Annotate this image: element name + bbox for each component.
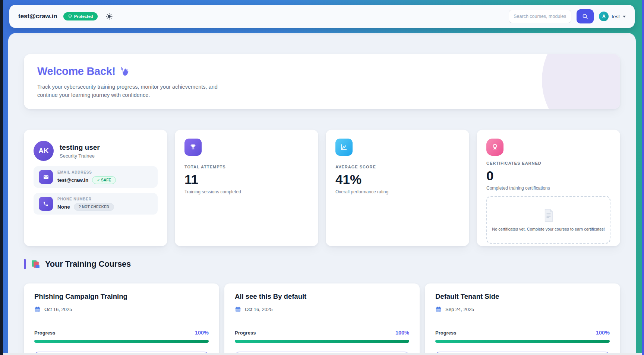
course-title: Phishing Campaign Training <box>34 292 209 301</box>
certificates-empty-state: No certificates yet. Complete your cours… <box>486 196 610 244</box>
welcome-title: Welcome Back! <box>37 65 116 77</box>
stat-description: Training sessions completed <box>184 189 309 194</box>
welcome-banner: Welcome Back! Track your cybersecurity t… <box>24 54 620 109</box>
email-info-row: EMAIL ADDRESS test@craw.in ✓ SAFE <box>34 166 158 188</box>
search-button[interactable] <box>577 9 594 23</box>
calendar-icon <box>235 306 241 313</box>
progress-bar <box>435 340 610 343</box>
stat-value: 41% <box>335 172 460 187</box>
email-label: EMAIL ADDRESS <box>57 170 116 174</box>
profile-name: testing user <box>60 143 100 152</box>
books-icon <box>31 259 41 269</box>
calendar-icon <box>435 306 442 313</box>
course-date: Sep 24, 2025 <box>445 307 474 312</box>
progress-label: Progress <box>235 330 256 336</box>
stat-description: Overall performance rating <box>335 189 460 194</box>
phone-label: PHONE NUMBER <box>57 197 114 201</box>
course-card: All see this By default Oct 16, 2025 Pro… <box>224 283 420 355</box>
profile-role: Security Trainee <box>60 153 100 159</box>
phone-status-badge: ? NOT CHECKED <box>74 203 114 211</box>
phone-info-row: PHONE NUMBER None ? NOT CHECKED <box>34 193 158 215</box>
trophy-icon <box>184 139 202 156</box>
progress-bar-fill <box>435 340 610 343</box>
course-title: Default Tenant Side <box>435 292 610 301</box>
phone-value: None <box>57 204 70 210</box>
avatar: A <box>599 12 609 21</box>
progress-label: Progress <box>34 330 55 336</box>
progress-percent: 100% <box>395 330 409 336</box>
top-navbar: test@craw.in Protected <box>9 5 635 28</box>
email-value: test@craw.in <box>57 177 88 183</box>
profile-card: AK testing user Security Trainee EMAIL A… <box>24 130 167 246</box>
protected-badge-label: Protected <box>74 14 93 19</box>
decorative-circle <box>542 54 620 109</box>
stat-label: CERTIFICATES EARNED <box>486 161 610 165</box>
user-menu-label: test <box>612 14 620 19</box>
user-menu[interactable]: A test <box>599 12 626 21</box>
calendar-icon <box>34 306 41 313</box>
document-icon <box>542 208 555 222</box>
stat-value: 0 <box>486 168 610 183</box>
stat-value: 11 <box>184 172 309 187</box>
course-date: Oct 16, 2025 <box>44 307 72 312</box>
stats-row: AK testing user Security Trainee EMAIL A… <box>24 130 620 246</box>
course-card: Default Tenant Side Sep 24, 2025 Progres… <box>425 283 620 355</box>
progress-bar-fill <box>235 340 409 343</box>
line-chart-icon <box>335 139 353 156</box>
window-left-edge <box>0 0 3 355</box>
medal-icon <box>486 139 503 156</box>
profile-avatar: AK <box>34 141 54 161</box>
waving-hand-icon <box>120 66 131 77</box>
progress-percent: 100% <box>596 330 610 336</box>
progress-bar-fill <box>34 340 209 343</box>
stat-description: Completed training certifications <box>486 186 610 191</box>
protected-badge: Protected <box>63 12 98 20</box>
stat-label: TOTAL ATTEMPTS <box>184 165 309 169</box>
main-content: Welcome Back! Track your cybersecurity t… <box>8 33 636 355</box>
page-scrollbar[interactable] <box>642 0 644 355</box>
search-icon <box>582 13 588 20</box>
chevron-down-icon <box>623 16 626 18</box>
progress-bar <box>235 340 409 343</box>
certificates-card: CERTIFICATES EARNED 0 Completed training… <box>477 130 620 246</box>
window-bottom-edge <box>3 353 644 355</box>
search-input[interactable] <box>509 10 571 23</box>
brand-title: test@craw.in <box>18 13 57 20</box>
progress-percent: 100% <box>195 330 209 336</box>
course-card: Phishing Campaign Training Oct 16, 2025 … <box>24 283 219 355</box>
phone-icon <box>39 197 53 211</box>
courses-grid: Phishing Campaign Training Oct 16, 2025 … <box>24 283 620 355</box>
total-attempts-card: TOTAL ATTEMPTS 11 Training sessions comp… <box>175 130 318 246</box>
average-score-card: AVERAGE SCORE 41% Overall performance ra… <box>326 130 469 246</box>
course-title: All see this By default <box>235 292 409 301</box>
certificates-empty-message: No certificates yet. Complete your cours… <box>492 227 605 231</box>
progress-label: Progress <box>435 330 456 336</box>
progress-bar <box>34 340 209 343</box>
courses-section-title: Your Training Courses <box>45 259 131 269</box>
theme-toggle-sun-icon[interactable] <box>106 13 113 20</box>
course-date: Oct 16, 2025 <box>245 307 272 312</box>
section-accent-bar <box>24 259 26 269</box>
stat-label: AVERAGE SCORE <box>335 165 460 169</box>
email-status-badge: ✓ SAFE <box>92 176 116 184</box>
envelope-icon <box>39 170 53 184</box>
courses-section-header: Your Training Courses <box>24 259 620 269</box>
shield-check-icon <box>68 14 72 19</box>
welcome-subtitle: Track your cybersecurity training progre… <box>37 83 225 99</box>
